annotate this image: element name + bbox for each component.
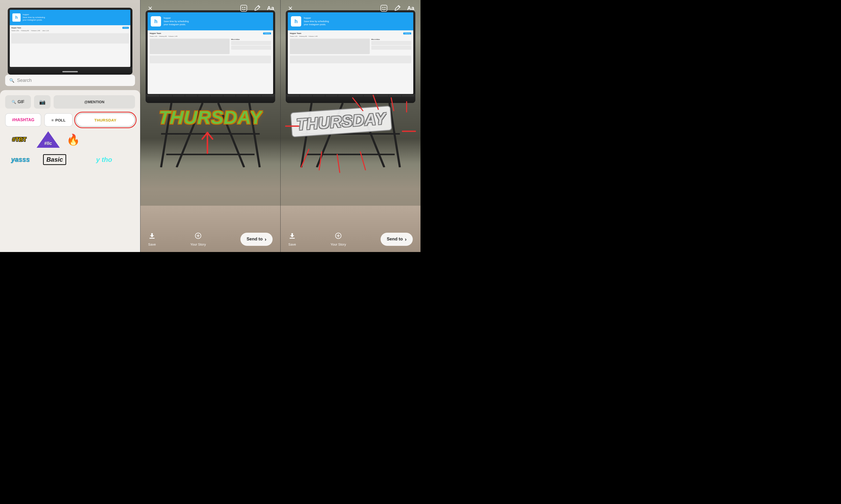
save-action-3[interactable]: Save <box>288 232 296 246</box>
camera-sticker[interactable]: 📷 <box>34 95 51 109</box>
face-filter-button-3[interactable] <box>379 4 389 13</box>
yasss-sticker[interactable]: yasss <box>5 152 36 167</box>
close-icon-3: × <box>288 4 293 13</box>
send-to-chevron-2: › <box>264 236 267 242</box>
search-icon: 🔍 <box>9 78 14 83</box>
thursday-text-3: THURSDAY <box>296 109 387 133</box>
thursday-sticker[interactable]: THURSDAY <box>76 113 135 127</box>
svg-rect-35 <box>290 238 295 239</box>
tbt-label: #TBT <box>12 136 27 143</box>
scroll-indicator <box>62 71 78 72</box>
your-story-action-2[interactable]: Your Story <box>190 232 206 246</box>
your-story-icon-2 <box>194 232 202 241</box>
poll-lines-icon: ≡ <box>52 118 54 122</box>
your-story-icon-3 <box>335 232 342 241</box>
tw-logo-2: h <box>151 16 161 26</box>
send-to-button-2[interactable]: Send to › <box>240 233 273 246</box>
laptop-container: h hopperSave time by schedulingyour Inst… <box>145 10 275 103</box>
close-button-2[interactable]: × <box>145 4 155 13</box>
save-icon-2 <box>149 232 156 241</box>
your-story-label-2: Your Story <box>190 242 206 246</box>
save-label-2: Save <box>148 242 156 246</box>
send-to-button-3[interactable]: Send to › <box>381 233 413 246</box>
bottom-bar-2: Save Your Story Send to › <box>140 226 280 252</box>
tw-info-3: hopperSave time by schedulingyour Instag… <box>304 17 329 26</box>
your-story-action-3[interactable]: Your Story <box>330 232 346 246</box>
face-filter-button-2[interactable] <box>239 4 248 13</box>
send-to-chevron-3: › <box>405 236 407 242</box>
text-button-3[interactable]: Aa <box>406 4 415 13</box>
bottom-bar-3: Save Your Story Send to › <box>280 226 420 252</box>
red-arrow-up <box>200 130 215 157</box>
send-to-label-3: Send to <box>387 237 403 242</box>
ytho-sticker[interactable]: y tho <box>73 152 135 167</box>
svg-point-8 <box>242 7 243 8</box>
basic-sticker[interactable]: Basic <box>39 152 70 167</box>
yasss-label: yasss <box>11 156 30 164</box>
llc-label: #llc <box>44 141 52 146</box>
pencil-icon-3 <box>394 5 401 12</box>
sticker-row-2: #HASHTAG ≡ POLL THURSDAY <box>5 113 135 127</box>
sticker-row-4: yasss Basic y tho <box>5 152 135 167</box>
draw-button-3[interactable] <box>393 4 402 13</box>
poll-sticker[interactable]: ≡ POLL <box>44 113 73 127</box>
basic-label: Basic <box>43 154 66 165</box>
laptop-container-3: h hopperSave time by schedulingyour Inst… <box>286 10 415 103</box>
laptop-keyboard-2 <box>145 94 275 103</box>
search-placeholder: Search <box>17 78 32 83</box>
aa-label-2: Aa <box>267 5 274 12</box>
ytho-label: y tho <box>96 156 112 164</box>
hopper-logo: h <box>12 13 21 22</box>
laptop-screen-2: h hopperSave time by schedulingyour Inst… <box>148 12 273 94</box>
face-icon-2 <box>240 5 247 12</box>
thursday-sticker-placed[interactable]: THURSDAY <box>143 107 278 128</box>
close-button-3[interactable]: × <box>286 4 295 13</box>
laptop-body: h hopperSave time by schedulingyour Inst… <box>145 10 275 103</box>
send-to-label-2: Send to <box>246 237 262 242</box>
sticker-picker-panel: h hopperSave time by schedulingyour Inst… <box>0 0 140 252</box>
laptop-screen: h hopperSave time by schedulingyour Inst… <box>10 10 131 67</box>
hashtag-sticker[interactable]: #HASHTAG <box>5 113 41 127</box>
story-editor-panel-2: h hopperSave time by schedulingyour Inst… <box>140 0 280 252</box>
save-action-2[interactable]: Save <box>148 232 156 246</box>
save-label-3: Save <box>288 242 296 246</box>
top-bar-3: × Aa <box>280 0 420 17</box>
story-editor-panel-3: h hopperSave time by schedulingyour Inst… <box>280 0 420 252</box>
thursday-text-2: THURSDAY <box>158 107 263 128</box>
fire-sticker[interactable]: 🔥 <box>63 131 84 148</box>
tw-logo-3: h <box>291 16 301 26</box>
laptop-screen-3: h hopperSave time by schedulingyour Inst… <box>288 12 413 94</box>
poll-label: POLL <box>55 118 66 122</box>
tbt-sticker[interactable]: #TBT <box>5 131 34 148</box>
save-icon-3 <box>289 232 296 241</box>
top-bar-2: × Aa <box>140 0 280 17</box>
tw-info-2: hopperSave time by schedulingyour Instag… <box>164 17 189 26</box>
camera-icon: 📷 <box>39 99 46 105</box>
thursday-circle-highlight <box>74 112 137 128</box>
llc-sticker[interactable]: #llc <box>37 131 60 148</box>
text-button-2[interactable]: Aa <box>266 4 275 13</box>
mention-label: @MENTION <box>84 100 104 104</box>
twitter-header: h hopperSave time by schedulingyour Inst… <box>10 10 131 25</box>
sticker-row-3: #TBT #llc 🔥 <box>5 131 135 148</box>
hashtag-label: #HASHTAG <box>12 118 35 122</box>
your-story-label-3: Your Story <box>330 242 346 246</box>
svg-rect-31 <box>381 5 387 11</box>
gif-label: GIF <box>18 100 24 104</box>
aa-label-3: Aa <box>407 5 414 12</box>
face-icon-3 <box>380 5 388 12</box>
close-icon-2: × <box>148 4 153 13</box>
search-bar[interactable]: 🔍 Search <box>5 75 135 86</box>
svg-point-9 <box>244 7 245 8</box>
gif-sticker[interactable]: 🔍 GIF <box>5 95 31 109</box>
svg-rect-7 <box>241 5 247 11</box>
fire-emoji: 🔥 <box>67 133 80 146</box>
sticker-row-1: 🔍 GIF 📷 @MENTION <box>5 95 135 109</box>
top-bar-right-3: Aa <box>379 4 415 13</box>
draw-button-2[interactable] <box>253 4 262 13</box>
svg-rect-11 <box>150 238 155 239</box>
pencil-icon-2 <box>254 5 260 12</box>
mention-sticker[interactable]: @MENTION <box>54 95 135 109</box>
sticker-tray: 🔍 GIF 📷 @MENTION #HASHTAG ≡ POLL THURSDA… <box>0 90 140 252</box>
search-mini-icon: 🔍 <box>12 100 16 104</box>
